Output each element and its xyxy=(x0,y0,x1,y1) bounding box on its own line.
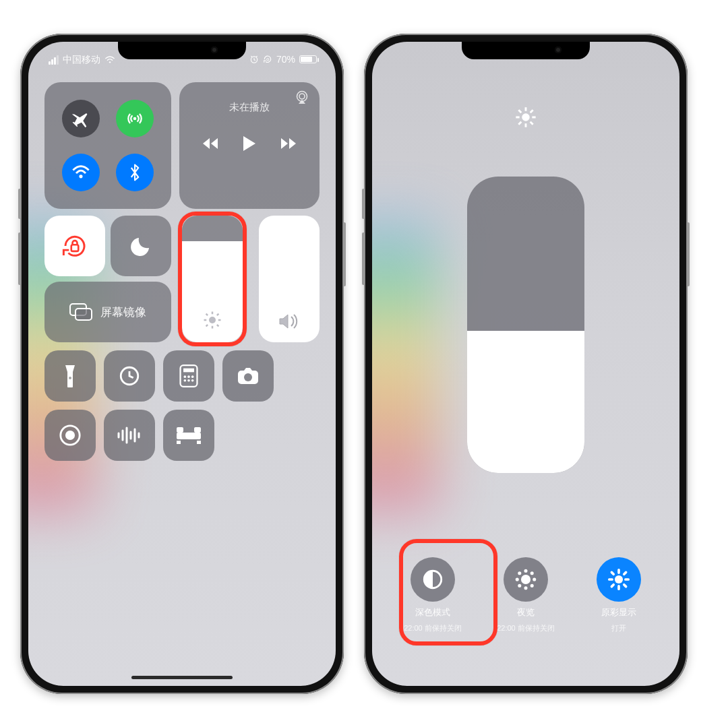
svg-point-18 xyxy=(184,379,187,382)
svg-rect-25 xyxy=(177,433,201,439)
wifi-button[interactable] xyxy=(62,154,100,191)
brightness-icon xyxy=(372,106,679,128)
alarm-icon xyxy=(249,55,259,64)
play-button[interactable] xyxy=(242,135,257,152)
svg-point-40 xyxy=(518,585,520,587)
dark-mode-option[interactable]: 深色模式 22:00 前保持关闭 xyxy=(392,557,473,633)
svg-point-41 xyxy=(615,575,623,583)
svg-point-16 xyxy=(187,375,190,378)
brightness-slider[interactable] xyxy=(182,216,243,342)
battery-percent: 70% xyxy=(276,54,295,65)
battery-icon xyxy=(299,55,317,63)
dark-mode-title: 深色模式 xyxy=(415,607,450,618)
night-shift-subtitle: 22:00 前保持关闭 xyxy=(497,623,555,633)
true-tone-subtitle: 打开 xyxy=(611,623,626,633)
volume-slider[interactable] xyxy=(259,216,320,342)
true-tone-title: 原彩显示 xyxy=(601,607,636,618)
notch xyxy=(462,42,590,59)
home-indicator[interactable] xyxy=(131,676,233,679)
screen-control-center: 中国移动 70% xyxy=(28,42,336,686)
svg-point-38 xyxy=(531,585,533,587)
svg-point-17 xyxy=(191,375,194,378)
svg-point-4 xyxy=(79,175,82,178)
screen-record-button[interactable] xyxy=(44,410,96,461)
timer-button[interactable] xyxy=(104,350,155,402)
true-tone-option[interactable]: 原彩显示 打开 xyxy=(578,557,659,633)
svg-point-20 xyxy=(191,379,194,382)
brightness-slider-large[interactable] xyxy=(467,177,584,473)
volume-icon xyxy=(259,313,320,330)
svg-point-37 xyxy=(518,572,520,574)
bluetooth-button[interactable] xyxy=(116,154,154,191)
airplane-mode-button[interactable] xyxy=(62,100,100,137)
status-bar: 中国移动 70% xyxy=(28,54,336,70)
signal-bars-icon xyxy=(49,55,59,65)
svg-rect-28 xyxy=(177,441,181,444)
svg-point-15 xyxy=(184,375,187,378)
do-not-disturb-button[interactable] xyxy=(111,216,171,276)
svg-point-36 xyxy=(533,578,535,580)
svg-point-34 xyxy=(525,587,527,589)
svg-point-19 xyxy=(187,379,190,382)
phone-frame-left: 中国移动 70% xyxy=(20,34,344,694)
phone-frame-right: 深色模式 22:00 前保持关闭 夜览 22:00 前保持关闭 原彩显示 打开 xyxy=(364,34,688,694)
svg-point-33 xyxy=(525,570,527,572)
svg-rect-2 xyxy=(267,59,269,61)
screen-mirror-button[interactable]: 屏幕镜像 xyxy=(44,282,171,342)
svg-point-0 xyxy=(109,61,111,63)
svg-rect-7 xyxy=(71,245,79,251)
svg-rect-27 xyxy=(194,427,201,433)
cellular-data-button[interactable] xyxy=(116,100,154,137)
svg-point-10 xyxy=(209,317,216,323)
camera-button[interactable] xyxy=(222,350,274,402)
night-shift-option[interactable]: 夜览 22:00 前保持关闭 xyxy=(485,557,566,633)
carrier-label: 中国移动 xyxy=(63,54,100,66)
dark-mode-icon xyxy=(421,568,444,591)
night-shift-title: 夜览 xyxy=(517,607,535,618)
media-title: 未在播放 xyxy=(190,101,309,114)
svg-point-32 xyxy=(521,575,530,584)
svg-rect-9 xyxy=(75,309,92,320)
svg-point-24 xyxy=(65,431,75,440)
svg-point-22 xyxy=(244,373,252,381)
svg-point-11 xyxy=(69,377,71,379)
screen-brightness-expanded: 深色模式 22:00 前保持关闭 夜览 22:00 前保持关闭 原彩显示 打开 xyxy=(372,42,679,686)
media-panel[interactable]: 未在播放 xyxy=(179,82,320,209)
calculator-button[interactable] xyxy=(163,350,214,402)
dark-mode-subtitle: 22:00 前保持关闭 xyxy=(404,623,462,633)
flashlight-button[interactable] xyxy=(44,350,96,402)
orientation-lock-button[interactable] xyxy=(44,216,105,276)
connectivity-panel[interactable] xyxy=(44,82,171,209)
orientation-lock-status-icon xyxy=(263,55,272,64)
svg-point-39 xyxy=(531,572,533,574)
next-track-button[interactable] xyxy=(280,137,297,150)
wifi-icon xyxy=(104,56,115,64)
sound-recognition-button[interactable] xyxy=(104,410,155,461)
brightness-icon xyxy=(182,310,243,330)
svg-point-3 xyxy=(133,117,137,121)
prev-track-button[interactable] xyxy=(202,137,219,150)
sleep-mode-button[interactable] xyxy=(163,410,214,461)
svg-point-30 xyxy=(522,113,529,121)
svg-rect-26 xyxy=(177,427,183,433)
screen-mirror-label: 屏幕镜像 xyxy=(100,305,146,320)
night-shift-icon xyxy=(514,568,537,591)
svg-point-6 xyxy=(299,94,305,99)
svg-rect-29 xyxy=(197,441,201,444)
true-tone-icon xyxy=(607,568,630,591)
screen-mirror-icon xyxy=(69,303,92,321)
svg-point-35 xyxy=(516,578,518,580)
svg-rect-14 xyxy=(183,369,194,373)
